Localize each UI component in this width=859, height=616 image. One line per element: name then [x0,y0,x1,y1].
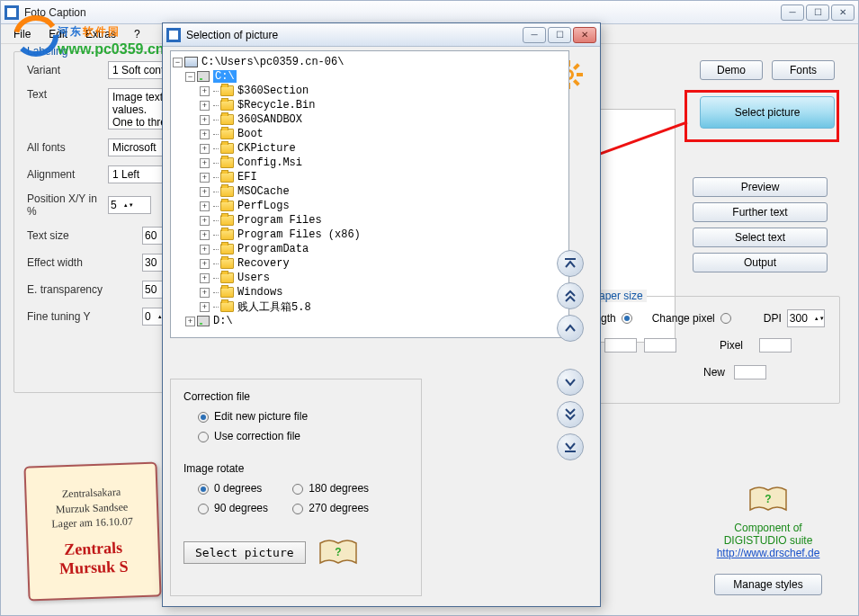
tree-root[interactable]: −C:\Users\pc0359.cn-06\ [173,55,567,69]
tree-folder[interactable]: +EFI [173,170,567,184]
pixel-field-2[interactable] [644,338,676,353]
nav-top-button[interactable] [557,250,584,277]
expander-icon[interactable]: + [200,216,210,226]
nav-up-button[interactable] [557,315,584,342]
close-button[interactable]: ✕ [831,4,855,21]
help-book-icon: ? [748,485,788,513]
rot180-radio[interactable] [292,484,303,495]
tree-folder[interactable]: +Users [173,271,567,285]
expander-icon[interactable]: + [200,201,210,211]
svg-rect-16 [573,79,580,86]
menu-help[interactable]: ? [127,26,148,42]
changelen-radio[interactable] [622,313,632,324]
tree-drive-d[interactable]: +D:\ [173,314,567,328]
further-text-button[interactable]: Further text [693,202,828,222]
rot90-radio[interactable] [198,504,209,514]
main-titlebar: Foto Caption ─ ☐ ✕ [1,1,858,24]
folder-tree[interactable]: −C:\Users\pc0359.cn-06\ −C:\ +$360Sectio… [170,50,569,338]
use-correction-radio[interactable] [198,432,209,442]
position-label: Position X/Y in % [27,192,108,218]
minimize-button[interactable]: ─ [781,4,804,21]
nav-pagedown-button[interactable] [557,401,584,428]
dialog-select-picture-button[interactable]: Select picture [183,541,306,564]
tree-folder[interactable]: +Boot [173,127,567,141]
folder-icon [220,172,234,183]
demo-button[interactable]: Demo [700,60,763,80]
folder-icon [220,201,234,211]
pixel-field-3[interactable] [759,338,792,353]
tree-folder[interactable]: +Recovery [173,256,567,271]
expander-icon[interactable]: + [200,173,210,183]
tree-folder[interactable]: +贱人工具箱5.8 [173,299,567,314]
edit-new-radio[interactable] [198,412,209,423]
expander-icon[interactable]: + [200,144,210,154]
manage-styles-button[interactable]: Manage styles [714,574,822,595]
dialog-minimize-button[interactable]: ─ [523,27,546,43]
help-book-icon[interactable]: ? [318,538,358,567]
nav-bottom-button[interactable] [557,433,584,460]
tree-folder[interactable]: +$Recycle.Bin [173,98,567,112]
variant-label: Variant [27,64,108,76]
dpi-input[interactable]: 300▲▼ [787,309,825,327]
maximize-button[interactable]: ☐ [806,4,829,21]
tree-folder[interactable]: +CKPicture [173,141,567,156]
expander-icon[interactable]: − [173,58,183,67]
select-picture-button[interactable]: Select picture [700,96,835,129]
fonts-button[interactable]: Fonts [772,60,835,80]
expander-icon[interactable]: + [200,115,210,125]
app-icon [4,5,19,20]
expander-icon[interactable]: + [185,317,195,326]
tree-folder[interactable]: +$360Section [173,84,567,98]
rotate-legend: Image rotate [183,462,408,475]
folder-icon [220,129,234,139]
tree-folder[interactable]: +ProgramData [173,242,567,256]
nav-down-button[interactable] [557,369,584,396]
component-link[interactable]: http://www.drschef.de [717,547,820,559]
expander-icon[interactable]: + [200,259,210,269]
output-button[interactable]: Output [693,253,828,272]
expander-icon[interactable]: + [200,230,210,240]
new-label: New [703,366,725,379]
expander-icon[interactable]: − [185,72,195,82]
component-info: ? Component of DIGISTUDIO suite http://w… [705,485,831,559]
folder-icon [220,244,234,254]
expander-icon[interactable]: + [200,101,210,111]
rot0-radio[interactable] [198,484,209,495]
folder-icon [220,114,234,125]
expander-icon[interactable]: + [200,288,210,298]
tree-drive-c[interactable]: −C:\ [173,69,567,84]
expander-icon[interactable]: + [200,187,210,197]
expander-icon[interactable]: + [200,273,210,283]
nav-pageup-button[interactable] [557,282,584,309]
tree-folder[interactable]: +Program Files [173,213,567,228]
folder-icon [220,157,234,168]
tree-folder[interactable]: +Program Files (x86) [173,228,567,242]
svg-text:?: ? [335,546,341,558]
dialog-maximize-button[interactable]: ☐ [548,27,571,43]
pixel-field-1[interactable] [604,338,637,353]
rot270-radio[interactable] [292,504,303,514]
changepx-radio[interactable] [720,313,731,324]
tree-folder[interactable]: +PerfLogs [173,199,567,213]
etrans-label: E. transparency [27,283,108,296]
new-field[interactable] [734,365,766,379]
position-x-input[interactable]: 5▲▼ [108,196,151,214]
expander-icon[interactable]: + [200,158,210,168]
selection-dialog: Selection of picture ─ ☐ ✕ −C:\Users\pc0… [162,22,601,607]
alignment-label: Alignment [27,168,108,181]
dialog-close-button[interactable]: ✕ [573,27,596,43]
menu-extras[interactable]: Extras [78,26,123,42]
folder-icon [220,258,234,269]
tree-folder[interactable]: +Windows [173,285,567,299]
expander-icon[interactable]: + [200,302,210,312]
tree-folder[interactable]: +Config.Msi [173,156,567,170]
tree-folder[interactable]: +360SANDBOX [173,112,567,127]
menu-file[interactable]: File [6,26,38,42]
expander-icon[interactable]: + [200,129,210,139]
tree-folder[interactable]: +MSOCache [173,184,567,199]
preview-button[interactable]: Preview [693,177,828,197]
expander-icon[interactable]: + [200,86,210,96]
expander-icon[interactable]: + [200,245,210,254]
menu-edit[interactable]: Edit [41,26,75,42]
select-text-button[interactable]: Select text [693,228,828,247]
